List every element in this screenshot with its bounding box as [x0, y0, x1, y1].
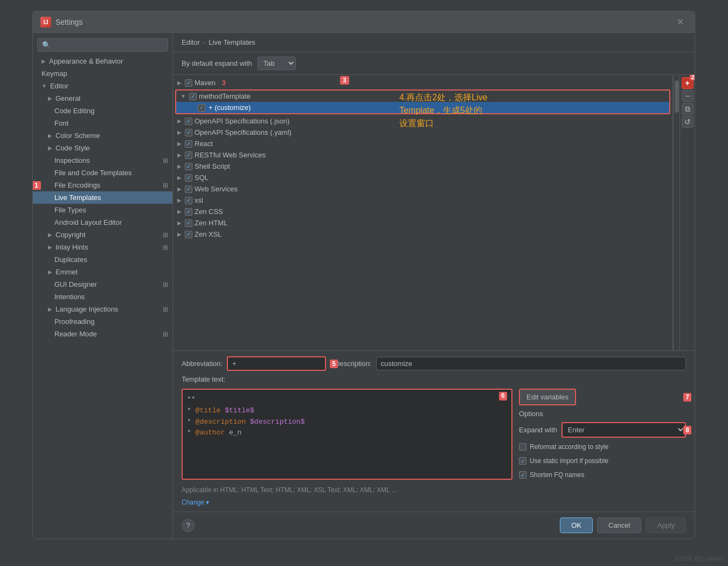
sidebar-item-code-style[interactable]: ▶ Code Style: [33, 142, 172, 154]
template-group-shell[interactable]: ▶ ✓ Shell Script: [173, 161, 672, 172]
dialog-footer: ? OK Cancel Apply: [173, 512, 695, 539]
template-group-zen-xsl[interactable]: ▶ ✓ Zen XSL: [173, 229, 672, 240]
sidebar-item-label: Live Templates: [54, 194, 101, 202]
badge-icon: ⊞: [163, 231, 168, 239]
checkbox-reformat[interactable]: Reformat according to style: [519, 442, 686, 452]
remove-template-button[interactable]: −: [682, 90, 694, 102]
close-button[interactable]: ✕: [674, 16, 687, 28]
checkbox-shorten[interactable]: ✓ Shorten FQ names: [519, 470, 686, 480]
zen-css-checkbox[interactable]: ✓: [185, 208, 192, 216]
sql-checkbox[interactable]: ✓: [185, 174, 192, 182]
help-button[interactable]: ?: [182, 519, 195, 532]
sidebar-item-reader-mode[interactable]: Reader Mode ⊞: [33, 328, 172, 340]
sidebar-item-intentions[interactable]: Intentions: [33, 291, 172, 303]
sidebar-item-file-code-templates[interactable]: File and Code Templates: [33, 167, 172, 179]
expand-with-select[interactable]: Tab Enter Space: [258, 57, 296, 70]
sidebar-item-inlay-hints[interactable]: ▶ Inlay Hints ⊞: [33, 241, 172, 253]
ok-button[interactable]: OK: [560, 517, 593, 533]
template-group-zen-html[interactable]: ▶ ✓ Zen HTML: [173, 217, 672, 229]
code-editor[interactable]: ** * @title $title$ * @description $desc…: [182, 389, 512, 480]
search-input[interactable]: [54, 41, 163, 49]
chevron-right-icon: ▶: [177, 197, 182, 203]
description-input[interactable]: [376, 357, 686, 370]
expand-with-label: By default expand with: [182, 59, 252, 67]
template-group-zen-css[interactable]: ▶ ✓ Zen CSS: [173, 206, 672, 217]
breadcrumb-current: Live Templates: [209, 38, 255, 46]
sidebar-item-emmet[interactable]: ▶ Emmet: [33, 266, 172, 278]
abbreviation-group: Abbreviation: 5: [182, 356, 326, 371]
methodtemplate-checkbox[interactable]: ✓: [189, 93, 197, 100]
sidebar-item-label: Emmet: [56, 268, 78, 276]
annotation-2-badge: 2: [690, 75, 695, 80]
reformat-checkbox[interactable]: [519, 443, 526, 451]
sidebar-item-editor[interactable]: ▼ Editor: [33, 80, 172, 92]
maven-checkbox[interactable]: ✓: [185, 79, 192, 87]
title-bar-left: IJ Settings: [40, 17, 83, 27]
sidebar-item-label: Proofreading: [54, 317, 94, 326]
edit-variables-button[interactable]: Edit variables: [519, 389, 576, 405]
template-group-label: RESTful Web Services: [195, 151, 266, 159]
sidebar-item-android-layout[interactable]: Android Layout Editor: [33, 216, 172, 229]
sidebar-item-code-editing[interactable]: Code Editing: [33, 105, 172, 117]
apply-button[interactable]: Apply: [646, 517, 686, 533]
cancel-button[interactable]: Cancel: [597, 517, 641, 533]
description-label: Description:: [335, 360, 372, 368]
chevron-right-icon: ▶: [177, 186, 182, 192]
template-group-maven[interactable]: ▶ ✓ Maven 3: [173, 77, 672, 88]
template-item-customize[interactable]: ✓ + (customize): [176, 102, 669, 113]
copy-template-button[interactable]: ⧉: [682, 103, 694, 115]
sidebar-item-keymap[interactable]: Keymap: [33, 67, 172, 80]
template-group-methodtemplate[interactable]: ▼ ✓ methodTemplate: [176, 91, 669, 102]
template-editor-area: ** * @title $title$ * @description $desc…: [182, 389, 686, 480]
sidebar-item-language-injections[interactable]: ▶ Language Injections ⊞: [33, 303, 172, 315]
scrollbar[interactable]: [673, 75, 680, 350]
add-template-button[interactable]: + 2: [682, 77, 694, 89]
bottom-panel: Abbreviation: 5 Description: Template te…: [173, 350, 695, 512]
sidebar-item-label: Font: [54, 119, 68, 127]
sidebar-item-font[interactable]: Font: [33, 117, 172, 129]
sidebar-item-gui-designer[interactable]: GUI Designer ⊞: [33, 278, 172, 291]
template-group-react[interactable]: ▶ ✓ React: [173, 138, 672, 149]
sidebar-item-file-types[interactable]: File Types: [33, 204, 172, 216]
templates-list-inner: ▶ ✓ Maven 3 ▼ ✓ methodTemplate: [173, 75, 672, 242]
template-group-openapi-yaml[interactable]: ▶ ✓ OpenAPI Specifications (.yaml): [173, 127, 672, 138]
abbreviation-input[interactable]: [228, 357, 325, 370]
sidebar-item-label: File Encodings: [54, 181, 100, 189]
sidebar-item-file-encodings[interactable]: File Encodings ⊞ 1: [33, 179, 172, 191]
openapi-json-checkbox[interactable]: ✓: [185, 118, 192, 125]
restful-checkbox[interactable]: ✓: [185, 151, 192, 159]
sidebar-item-general[interactable]: ▶ General: [33, 92, 172, 105]
sidebar-item-copyright[interactable]: ▶ Copyright ⊞: [33, 229, 172, 241]
template-group-label: OpenAPI Specifications (.yaml): [195, 128, 292, 136]
search-box[interactable]: 🔍: [37, 38, 168, 52]
sidebar-item-duplicates[interactable]: Duplicates: [33, 253, 172, 266]
template-group-openapi-json[interactable]: ▶ ✓ OpenAPI Specifications (.json): [173, 115, 672, 127]
scrollbar-thumb: [675, 80, 679, 113]
sidebar-item-proofreading[interactable]: Proofreading: [33, 315, 172, 328]
sidebar-item-live-templates[interactable]: Live Templates: [33, 191, 172, 204]
chevron-right-icon: ▶: [177, 209, 182, 215]
template-group-label: Shell Script: [195, 162, 230, 170]
shell-checkbox[interactable]: ✓: [185, 163, 192, 170]
change-link[interactable]: Change ▾: [182, 499, 209, 506]
template-group-xsl[interactable]: ▶ ✓ xsl: [173, 195, 672, 206]
sidebar-item-label: Code Style: [56, 144, 90, 152]
static-import-checkbox[interactable]: ✓: [519, 457, 526, 465]
zen-html-checkbox[interactable]: ✓: [185, 219, 192, 227]
xsl-checkbox[interactable]: ✓: [185, 197, 192, 204]
react-checkbox[interactable]: ✓: [185, 140, 192, 148]
web-services-checkbox[interactable]: ✓: [185, 185, 192, 193]
reset-template-button[interactable]: ↺: [682, 116, 694, 128]
template-group-sql[interactable]: ▶ ✓ SQL: [173, 172, 672, 183]
shorten-checkbox[interactable]: ✓: [519, 471, 526, 479]
checkbox-static-import[interactable]: ✓ Use static import if possible: [519, 456, 686, 466]
customize-checkbox[interactable]: ✓: [198, 104, 205, 112]
expand-with-options[interactable]: Enter Tab Space: [561, 422, 686, 438]
sidebar-item-color-scheme[interactable]: ▶ Color Scheme: [33, 129, 172, 142]
sidebar-item-inspections[interactable]: Inspections ⊞: [33, 154, 172, 167]
template-group-restful[interactable]: ▶ ✓ RESTful Web Services: [173, 149, 672, 161]
zen-xsl-checkbox[interactable]: ✓: [185, 231, 192, 238]
template-group-web-services[interactable]: ▶ ✓ Web Services: [173, 183, 672, 195]
openapi-yaml-checkbox[interactable]: ✓: [185, 129, 192, 136]
sidebar-item-appearance[interactable]: ▶ Appearance & Behavior: [33, 55, 172, 67]
